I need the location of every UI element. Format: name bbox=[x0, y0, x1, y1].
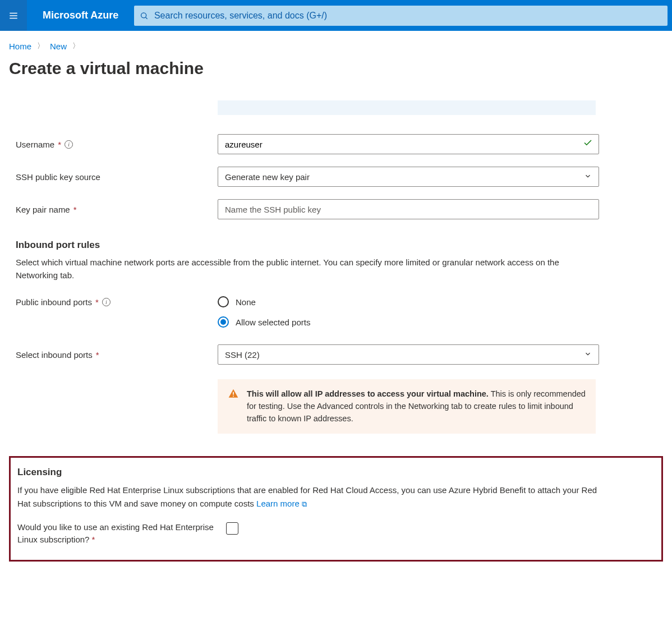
callout-bold: This will allow all IP addresses to acce… bbox=[247, 389, 489, 398]
info-strip bbox=[218, 100, 596, 115]
licensing-heading: Licensing bbox=[17, 467, 655, 478]
radio-allow-label: Allow selected ports bbox=[236, 318, 310, 327]
ssh-source-select[interactable]: Generate new key pair bbox=[218, 167, 599, 187]
ssh-source-label: SSH public key source bbox=[16, 172, 100, 182]
keypair-input-wrapper[interactable] bbox=[218, 199, 599, 219]
svg-rect-6 bbox=[233, 395, 234, 397]
callout-text: This will allow all IP addresses to acce… bbox=[247, 388, 586, 425]
public-ports-label: Public inbound ports bbox=[16, 297, 92, 307]
select-ports-label: Select inbound ports bbox=[16, 350, 93, 360]
chevron-down-icon bbox=[584, 172, 592, 182]
username-input[interactable] bbox=[225, 140, 578, 149]
licensing-desc: If you have eligible Red Hat Enterprise … bbox=[17, 484, 612, 510]
licensing-checkbox[interactable] bbox=[226, 522, 238, 535]
keypair-input[interactable] bbox=[225, 205, 592, 214]
breadcrumb: Home 〉 New 〉 bbox=[9, 41, 663, 51]
info-icon[interactable]: i bbox=[102, 298, 111, 306]
required-asterisk: * bbox=[58, 140, 61, 149]
hamburger-icon bbox=[8, 11, 19, 21]
info-icon[interactable]: i bbox=[65, 140, 73, 149]
breadcrumb-new[interactable]: New bbox=[50, 42, 67, 51]
radio-none[interactable]: None bbox=[218, 296, 599, 307]
svg-point-3 bbox=[141, 12, 146, 17]
licensing-checkbox-label: Would you like to use an existing Red Ha… bbox=[17, 522, 214, 545]
radio-none-label: None bbox=[236, 297, 256, 307]
global-search-box[interactable] bbox=[134, 6, 668, 26]
breadcrumb-home[interactable]: Home bbox=[9, 42, 31, 51]
select-inbound-ports[interactable]: SSH (22) bbox=[218, 344, 599, 365]
hamburger-menu-button[interactable] bbox=[0, 0, 27, 31]
top-bar: Microsoft Azure bbox=[0, 0, 672, 31]
chevron-down-icon bbox=[584, 350, 592, 360]
search-icon bbox=[140, 11, 149, 20]
search-input[interactable] bbox=[154, 11, 662, 21]
licensing-section: Licensing If you have eligible Red Hat E… bbox=[9, 456, 663, 562]
svg-line-4 bbox=[146, 17, 148, 19]
public-ports-radio-group: None Allow selected ports bbox=[218, 296, 599, 328]
ssh-source-value: Generate new key pair bbox=[225, 172, 310, 182]
page-title: Create a virtual machine bbox=[9, 59, 663, 78]
required-asterisk: * bbox=[96, 350, 99, 360]
radio-allow-selected[interactable]: Allow selected ports bbox=[218, 316, 599, 328]
inbound-desc: Select which virtual machine network por… bbox=[16, 256, 588, 282]
required-asterisk: * bbox=[95, 297, 99, 307]
username-label: Username bbox=[16, 140, 54, 149]
licensing-desc-text: If you have eligible Red Hat Enterprise … bbox=[17, 485, 597, 508]
learn-more-link[interactable]: Learn more⧉ bbox=[256, 499, 307, 508]
valid-checkmark-icon bbox=[583, 138, 593, 151]
chevron-right-icon: 〉 bbox=[37, 41, 44, 51]
select-inbound-ports-value: SSH (22) bbox=[225, 350, 260, 360]
username-input-wrapper[interactable] bbox=[218, 134, 599, 154]
external-link-icon: ⧉ bbox=[302, 499, 307, 510]
inbound-heading: Inbound port rules bbox=[16, 240, 663, 251]
brand-label: Microsoft Azure bbox=[27, 10, 134, 21]
warning-icon bbox=[228, 388, 239, 425]
warning-callout: This will allow all IP addresses to acce… bbox=[218, 379, 596, 434]
required-asterisk: * bbox=[73, 205, 77, 214]
svg-rect-5 bbox=[233, 392, 234, 395]
keypair-label: Key pair name bbox=[16, 205, 70, 214]
required-asterisk: * bbox=[92, 535, 95, 544]
chevron-right-icon: 〉 bbox=[72, 41, 80, 51]
